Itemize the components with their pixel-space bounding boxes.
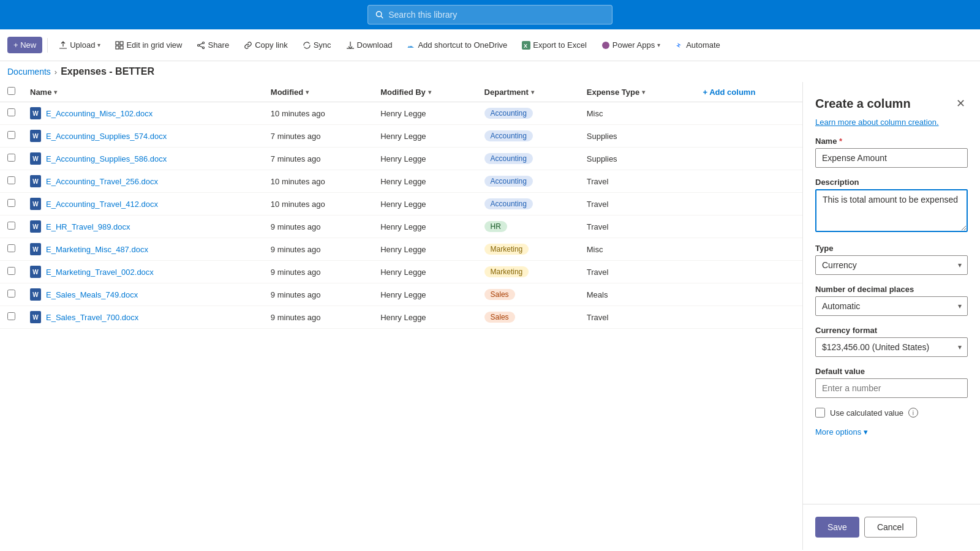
sync-button[interactable]: Sync: [296, 37, 337, 53]
expense-sort-icon[interactable]: ▾: [642, 89, 645, 96]
decimal-select[interactable]: Automatic 0 1 2 3 4 5: [815, 296, 968, 316]
file-name[interactable]: E_HR_Travel_989.docx: [46, 222, 130, 231]
table-row[interactable]: E_HR_Travel_989.docx 9 minutes ago Henry…: [0, 216, 802, 238]
table-row[interactable]: E_Accounting_Travel_412.docx 10 minutes …: [0, 193, 802, 216]
type-select[interactable]: Currency Single line of text Multiple li…: [815, 255, 968, 275]
panel-learn-more-link[interactable]: Learn more about column creation.: [803, 118, 980, 137]
edit-grid-button[interactable]: Edit in grid view: [109, 37, 188, 53]
automate-button[interactable]: Automate: [669, 37, 726, 53]
name-input[interactable]: [815, 148, 968, 168]
table-header-row: Name ▾ Modified ▾ Modified By ▾: [0, 82, 802, 102]
svg-point-8: [198, 44, 200, 46]
download-button[interactable]: Download: [340, 37, 399, 53]
add-shortcut-button[interactable]: Add shortcut to OneDrive: [401, 37, 513, 53]
col-add-column[interactable]: + Add column: [696, 82, 803, 102]
name-sort-icon[interactable]: ▾: [54, 89, 57, 96]
file-name[interactable]: E_Sales_Travel_700.docx: [46, 313, 138, 322]
file-name[interactable]: E_Accounting_Travel_256.docx: [46, 177, 158, 186]
row-checkbox[interactable]: [7, 199, 15, 207]
table-row[interactable]: E_Sales_Travel_700.docx 9 minutes ago He…: [0, 306, 802, 329]
file-name[interactable]: E_Marketing_Misc_487.docx: [46, 245, 148, 254]
upload-button[interactable]: Upload ▾: [53, 37, 107, 53]
cancel-button[interactable]: Cancel: [864, 517, 917, 538]
top-bar: [0, 0, 980, 29]
decimal-field-group: Number of decimal places Automatic 0 1 2…: [815, 285, 968, 316]
link-icon: [244, 41, 252, 50]
description-textarea[interactable]: This is total amount to be expensed: [815, 189, 968, 232]
file-name[interactable]: E_Sales_Meals_749.docx: [46, 290, 138, 299]
table-row[interactable]: E_Marketing_Travel_002.docx 9 minutes ag…: [0, 261, 802, 283]
table-row[interactable]: E_Accounting_Supplies_586.docx 7 minutes…: [0, 148, 802, 170]
copy-link-button[interactable]: Copy link: [238, 37, 293, 53]
table-row[interactable]: E_Accounting_Travel_256.docx 10 minutes …: [0, 170, 802, 193]
power-apps-button[interactable]: Power Apps ▾: [595, 37, 666, 53]
row-expense-type-cell: Travel: [579, 261, 696, 283]
save-button[interactable]: Save: [815, 517, 859, 538]
table-row[interactable]: E_Sales_Meals_749.docx 9 minutes ago Hen…: [0, 283, 802, 306]
row-checkbox[interactable]: [7, 108, 15, 116]
row-checkbox-cell: [0, 125, 23, 148]
row-name-cell: E_HR_Travel_989.docx: [23, 216, 263, 238]
department-badge: Accounting: [484, 130, 533, 141]
row-checkbox-cell: [0, 193, 23, 216]
file-name[interactable]: E_Accounting_Supplies_586.docx: [46, 154, 167, 163]
row-modified-cell: 9 minutes ago: [263, 216, 373, 238]
calculated-value-info-icon[interactable]: i: [908, 408, 918, 418]
modified-sort-icon[interactable]: ▾: [306, 89, 309, 96]
row-checkbox[interactable]: [7, 131, 15, 139]
row-modified-cell: 9 minutes ago: [263, 306, 373, 329]
row-modified-by-cell: Henry Legge: [373, 170, 477, 193]
doc-icon: [30, 175, 41, 187]
row-extra-cell: [696, 148, 803, 170]
new-button[interactable]: + New: [7, 37, 42, 53]
search-box[interactable]: [368, 5, 612, 24]
row-checkbox[interactable]: [7, 154, 15, 162]
row-extra-cell: [696, 125, 803, 148]
row-name-cell: E_Marketing_Misc_487.docx: [23, 238, 263, 261]
file-name[interactable]: E_Accounting_Misc_102.docx: [46, 109, 153, 118]
department-badge: Marketing: [484, 266, 529, 277]
table-row[interactable]: E_Marketing_Misc_487.docx 9 minutes ago …: [0, 238, 802, 261]
dept-sort-icon[interactable]: ▾: [531, 89, 534, 96]
file-name[interactable]: E_Marketing_Travel_002.docx: [46, 268, 154, 277]
file-table: Name ▾ Modified ▾ Modified By ▾: [0, 82, 802, 329]
calculated-value-checkbox[interactable]: [815, 408, 825, 418]
panel-footer: Save Cancel: [803, 504, 980, 550]
more-options-toggle[interactable]: More options ▾: [815, 427, 968, 437]
search-input[interactable]: [388, 10, 605, 20]
decimal-label: Number of decimal places: [815, 285, 968, 294]
table-row[interactable]: E_Accounting_Supplies_574.docx 7 minutes…: [0, 125, 802, 148]
modified-by-sort-icon[interactable]: ▾: [428, 89, 431, 96]
default-value-input[interactable]: [815, 378, 968, 398]
table-row[interactable]: E_Accounting_Misc_102.docx 10 minutes ag…: [0, 102, 802, 125]
share-button[interactable]: Share: [190, 37, 235, 53]
select-all-checkbox[interactable]: [7, 87, 15, 95]
svg-point-6: [203, 42, 205, 43]
row-checkbox[interactable]: [7, 176, 15, 184]
name-required-marker: *: [839, 137, 842, 146]
row-checkbox[interactable]: [7, 290, 15, 298]
currency-format-select[interactable]: $123,456.00 (United States) €123,456.00 …: [815, 337, 968, 357]
row-extra-cell: [696, 306, 803, 329]
col-name: Name ▾: [23, 82, 263, 102]
svg-line-1: [381, 16, 383, 18]
row-checkbox[interactable]: [7, 267, 15, 275]
automate-icon: [675, 41, 684, 50]
panel-close-button[interactable]: ✕: [954, 94, 968, 113]
svg-rect-4: [116, 46, 119, 49]
export-excel-button[interactable]: X Export to Excel: [516, 37, 592, 53]
row-checkbox[interactable]: [7, 312, 15, 320]
default-value-label: Default value: [815, 367, 968, 376]
row-checkbox[interactable]: [7, 222, 15, 230]
file-name[interactable]: E_Accounting_Travel_412.docx: [46, 200, 158, 209]
row-checkbox[interactable]: [7, 244, 15, 252]
file-name[interactable]: E_Accounting_Supplies_574.docx: [46, 132, 167, 141]
breadcrumb-parent[interactable]: Documents: [7, 67, 51, 77]
doc-icon: [30, 130, 41, 142]
department-badge: Accounting: [484, 153, 533, 164]
row-modified-by-cell: Henry Legge: [373, 306, 477, 329]
doc-icon: [30, 152, 41, 165]
row-modified-cell: 9 minutes ago: [263, 261, 373, 283]
svg-line-10: [200, 45, 203, 47]
svg-rect-2: [116, 42, 119, 45]
